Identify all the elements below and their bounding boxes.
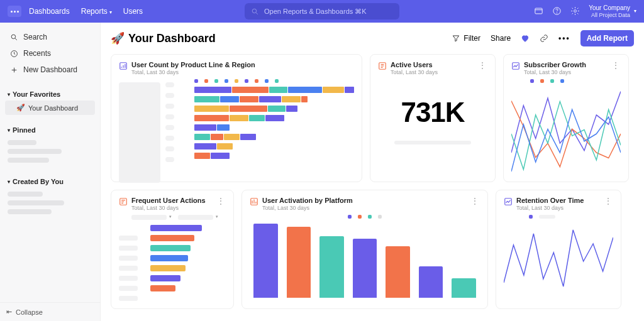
card-title: Active Users — [391, 61, 474, 68]
sidebar-new-dashboard[interactable]: New Dashboard — [5, 62, 95, 78]
card-active-users: Active Users Total, Last 30 days ⋮ 731K — [370, 54, 496, 182]
add-report-button[interactable]: Add Report — [580, 30, 634, 46]
plus-icon — [10, 66, 18, 74]
placeholder — [8, 140, 36, 145]
chart-icon — [250, 197, 258, 206]
more-button[interactable]: ••• — [558, 34, 570, 43]
dashboard-title: 🚀 Your Dashboard — [111, 31, 216, 45]
card-subscriber-growth: Subscriber Growth Total, Last 30 days ⋮ — [503, 54, 629, 182]
card-retention: Retention Over Time Total, Last 30 days … — [496, 190, 621, 309]
line-chart — [511, 87, 621, 181]
card-more-button[interactable]: ⋮ — [611, 61, 621, 70]
inbox-icon[interactable] — [534, 6, 543, 16]
vertical-bar-chart — [250, 222, 480, 298]
company-switcher[interactable]: Your Company All Project Data — [589, 4, 636, 19]
company-sub: All Project Data — [589, 12, 630, 19]
legend — [504, 215, 613, 219]
app-logo[interactable] — [8, 6, 21, 17]
rocket-icon: 🚀 — [111, 31, 125, 45]
search-icon — [10, 33, 18, 41]
sidebar-favorites-header[interactable]: Your Favorites — [5, 88, 95, 101]
sidebar-fav-label: Your Dashboard — [28, 104, 78, 112]
collapse-label: Collapse — [16, 308, 43, 316]
svg-point-3 — [557, 13, 557, 14]
card-title: Retention Over Time — [516, 197, 600, 204]
chart-icon — [378, 62, 387, 70]
card-more-button[interactable]: ⋮ — [470, 197, 480, 205]
card-subtitle: Total, Last 30 days — [391, 69, 474, 75]
placeholder — [8, 149, 62, 154]
card-user-count: User Count by Product Line & Region Tota… — [111, 54, 362, 182]
sidebar-new-dashboard-label: New Dashboard — [23, 65, 77, 74]
legend — [250, 215, 480, 219]
chart-icon — [504, 197, 513, 206]
card-subtitle: Total, Last 30 days — [131, 69, 354, 75]
settings-icon[interactable] — [570, 6, 580, 16]
favorite-icon[interactable] — [521, 34, 530, 43]
card-title: User Count by Product Line & Region — [131, 61, 354, 68]
placeholder — [8, 209, 52, 214]
dashboard-title-text: Your Dashboard — [128, 32, 216, 45]
placeholder — [394, 141, 471, 144]
placeholder — [8, 200, 64, 205]
sidebar-recents-label: Recents — [23, 49, 51, 58]
card-subtitle: Total, Last 30 days — [524, 69, 608, 75]
placeholder — [119, 236, 138, 301]
placeholder — [119, 82, 160, 183]
sidebar-search-label: Search — [23, 33, 47, 41]
svg-point-0 — [252, 9, 257, 13]
placeholder — [8, 192, 43, 197]
collapse-icon: ⇤ — [6, 308, 12, 316]
dropdown-placeholders — [119, 215, 226, 220]
share-button[interactable]: Share — [491, 34, 511, 43]
global-search[interactable]: Open Reports & Dashboards ⌘K — [245, 3, 399, 19]
link-icon[interactable] — [540, 34, 548, 43]
clock-icon — [10, 50, 18, 58]
card-more-button[interactable]: ⋮ — [478, 61, 487, 70]
filter-icon — [452, 34, 460, 43]
search-icon — [251, 8, 259, 16]
line-chart — [504, 222, 613, 298]
filter-label: Filter — [464, 34, 480, 43]
sidebar-pinned-header[interactable]: Pinned — [5, 124, 95, 136]
company-name: Your Company — [589, 4, 630, 12]
chart-icon — [119, 62, 128, 70]
card-more-button[interactable]: ⋮ — [604, 197, 613, 205]
card-title: User Activation by Platform — [262, 197, 467, 204]
card-subtitle: Total, Last 30 days — [516, 205, 600, 211]
card-subtitle: Total, Last 30 days — [131, 205, 213, 211]
sidebar: Search Recents New Dashboard Your Favori… — [0, 23, 101, 321]
svg-point-4 — [574, 10, 577, 13]
main-content: 🚀 Your Dashboard Filter Share ••• Add Re… — [101, 23, 644, 321]
top-nav: Dashboards Reports Users Open Reports & … — [0, 0, 644, 23]
sidebar-search[interactable]: Search — [5, 29, 95, 45]
chart-icon — [119, 197, 128, 206]
filter-button[interactable]: Filter — [452, 34, 480, 43]
card-title: Subscriber Growth — [524, 61, 608, 68]
metric-value: 731K — [378, 97, 487, 128]
svg-rect-1 — [535, 9, 542, 14]
card-user-activation: User Activation by Platform Total, Last … — [242, 190, 488, 309]
rocket-icon: 🚀 — [16, 104, 25, 112]
nav-reports[interactable]: Reports — [81, 7, 112, 16]
sidebar-fav-your-dashboard[interactable]: 🚀 Your Dashboard — [5, 101, 95, 115]
search-placeholder: Open Reports & Dashboards ⌘K — [264, 8, 367, 16]
nav-users[interactable]: Users — [123, 7, 143, 16]
nav-dashboards[interactable]: Dashboards — [29, 7, 70, 16]
card-title: Frequent User Actions — [131, 197, 213, 204]
collapse-sidebar[interactable]: ⇤ Collapse — [0, 302, 100, 321]
svg-point-5 — [11, 35, 16, 39]
card-more-button[interactable]: ⋮ — [216, 197, 226, 205]
help-icon[interactable] — [552, 6, 562, 16]
sidebar-created-header[interactable]: Created By You — [5, 175, 95, 188]
card-subtitle: Total, Last 30 days — [262, 205, 467, 211]
placeholder — [165, 82, 174, 162]
placeholder — [8, 158, 49, 163]
card-frequent-actions: Frequent User Actions Total, Last 30 day… — [111, 190, 234, 309]
sidebar-recents[interactable]: Recents — [5, 45, 95, 62]
chart-icon — [511, 62, 520, 70]
legend — [511, 79, 621, 83]
